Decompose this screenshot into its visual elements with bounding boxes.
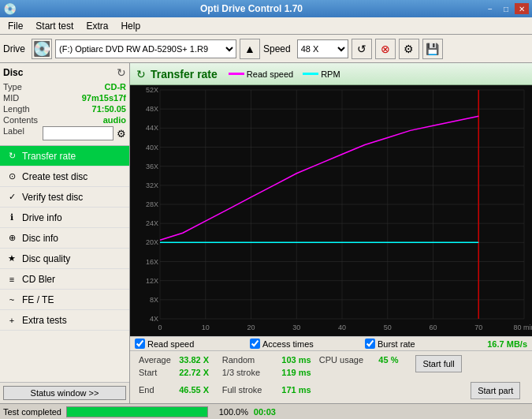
create-test-disc-icon: ⊙	[6, 171, 17, 182]
average-label: Average	[136, 354, 175, 365]
cd-bler-icon: ≡	[6, 274, 17, 285]
chart-title: Transfer rate	[151, 68, 218, 80]
read-speed-check-group: Read speed	[135, 339, 250, 349]
burst-rate-value: 16.7 MB/s	[480, 339, 527, 349]
chart-canvas-container	[130, 85, 532, 336]
speed-select[interactable]: 48 X	[297, 39, 348, 58]
disc-title: Disc	[3, 67, 23, 78]
end-value: 46.55 X	[177, 380, 218, 400]
menu-extra[interactable]: Extra	[80, 19, 114, 33]
end-label: End	[136, 380, 175, 400]
content-area: ↻ Transfer rate Read speed RPM Read spe	[130, 63, 532, 403]
burst-rate-checkbox[interactable]	[365, 339, 375, 349]
nav-disc-quality[interactable]: ★ Disc quality	[0, 249, 129, 269]
read-speed-checkbox[interactable]	[135, 339, 145, 349]
nav-cd-bler[interactable]: ≡ CD Bler	[0, 269, 129, 290]
nav-transfer-rate-label: Transfer rate	[22, 151, 76, 162]
nav-verify-test-disc[interactable]: ✓ Verify test disc	[0, 187, 129, 208]
menu-file[interactable]: File	[2, 19, 29, 33]
main-container: Disc ↻ Type CD-R MID 97m15s17f Length 71…	[0, 63, 532, 403]
drive-info-icon: ℹ	[6, 212, 17, 223]
stats-area: Average 33.82 X Random 103 ms CPU usage …	[130, 350, 532, 403]
erase-button[interactable]: ⊗	[375, 39, 396, 59]
statusbar: Test completed 100.0% 00:03	[0, 403, 532, 419]
checks-row: Read speed Access times Burst rate 16.7 …	[130, 336, 532, 350]
save-button[interactable]: 💾	[422, 39, 443, 59]
verify-test-disc-icon: ✓	[6, 192, 17, 203]
extra-tests-icon: +	[6, 315, 17, 326]
refresh-button[interactable]: ↺	[352, 39, 372, 59]
disc-quality-icon: ★	[6, 253, 17, 264]
sidebar: Disc ↻ Type CD-R MID 97m15s17f Length 71…	[0, 63, 130, 403]
full-stroke-value: 171 ms	[279, 380, 315, 400]
stroke-1-3-value: 119 ms	[279, 367, 315, 378]
disc-info-icon: ⊕	[6, 233, 17, 244]
legend-rpm-color	[303, 73, 318, 75]
menubar: File Start test Extra Help	[0, 17, 532, 35]
window-controls: − □ ✕	[483, 3, 529, 14]
nav-drive-info[interactable]: ℹ Drive info	[0, 208, 129, 228]
maximize-button[interactable]: □	[499, 3, 513, 14]
legend-read-speed: Read speed	[229, 69, 293, 79]
start-value: 22.72 X	[177, 367, 218, 378]
nav-cd-bler-label: CD Bler	[22, 274, 55, 285]
elapsed-time: 00:03	[248, 407, 276, 417]
type-value: CD-R	[105, 82, 127, 92]
mid-label: MID	[3, 93, 19, 103]
nav-transfer-rate[interactable]: ↻ Transfer rate	[0, 146, 129, 166]
average-value: 33.82 X	[177, 354, 218, 365]
full-stroke-label: Full stroke	[220, 380, 278, 400]
cpu-value: 45 %	[376, 354, 409, 365]
menu-start-test[interactable]: Start test	[29, 19, 80, 33]
transfer-rate-icon: ↻	[6, 151, 17, 162]
label-input-group: ⚙	[43, 126, 126, 140]
drive-icon-btn[interactable]: 💽	[32, 39, 52, 59]
chart-header: ↻ Transfer rate Read speed RPM	[130, 63, 532, 85]
nav-disc-info[interactable]: ⊕ Disc info	[0, 228, 129, 249]
legend-rpm-label: RPM	[321, 69, 340, 79]
nav-disc-info-label: Disc info	[22, 233, 58, 244]
label-settings-icon[interactable]: ⚙	[117, 128, 126, 140]
legend-read-speed-color	[229, 73, 244, 75]
nav-list: ↻ Transfer rate ⊙ Create test disc ✓ Ver…	[0, 146, 129, 382]
close-button[interactable]: ✕	[515, 3, 529, 14]
progress-bar	[67, 407, 207, 417]
start-part-button[interactable]: Start part	[471, 382, 520, 399]
nav-verify-test-disc-label: Verify test disc	[22, 192, 83, 203]
toolbar: Drive 💽 (F:) Optiarc DVD RW AD-5290S+ 1.…	[0, 35, 532, 63]
contents-value: audio	[103, 115, 126, 125]
nav-create-test-disc[interactable]: ⊙ Create test disc	[0, 166, 129, 187]
access-times-check-label: Access times	[262, 339, 314, 349]
legend: Read speed RPM	[229, 69, 340, 79]
minimize-button[interactable]: −	[483, 3, 497, 14]
menu-help[interactable]: Help	[114, 19, 147, 33]
start-buttons: Start full	[411, 354, 467, 400]
read-speed-check-label: Read speed	[147, 339, 194, 349]
speed-label: Speed	[263, 43, 291, 54]
disc-arrow[interactable]: ↻	[117, 66, 126, 79]
eject-button[interactable]: ▲	[240, 39, 260, 59]
fe-te-icon: ~	[6, 294, 17, 305]
app-title: Opti Drive Control 1.70	[20, 3, 483, 14]
contents-label: Contents	[3, 115, 38, 125]
stats-row-start: Start 22.72 X 1/3 stroke 119 ms	[136, 367, 526, 378]
drive-label: Drive	[3, 43, 25, 54]
access-times-checkbox[interactable]	[250, 339, 260, 349]
length-value: 71:50.05	[92, 104, 126, 114]
random-label: Random	[220, 354, 278, 365]
nav-extra-tests[interactable]: + Extra tests	[0, 310, 129, 331]
legend-rpm: RPM	[303, 69, 340, 79]
label-input[interactable]	[43, 126, 113, 140]
type-label: Type	[3, 82, 22, 92]
start-label: Start	[136, 367, 175, 378]
nav-extra-tests-label: Extra tests	[22, 315, 67, 326]
progress-bar-container	[66, 406, 208, 417]
settings-button[interactable]: ⚙	[399, 39, 419, 59]
status-text: Test completed	[3, 407, 61, 417]
start-full-button[interactable]: Start full	[415, 355, 461, 372]
status-window-button[interactable]: Status window >>	[3, 386, 126, 400]
nav-fe-te[interactable]: ~ FE / TE	[0, 290, 129, 310]
app-icon: 💿	[3, 2, 17, 15]
nav-create-test-disc-label: Create test disc	[22, 171, 87, 182]
drive-select[interactable]: (F:) Optiarc DVD RW AD-5290S+ 1.R9	[55, 39, 236, 58]
